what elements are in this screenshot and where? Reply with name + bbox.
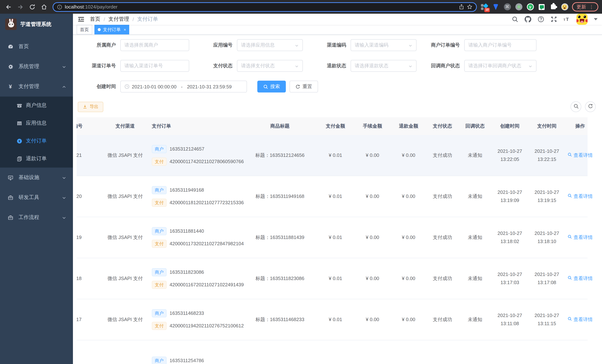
- cell-title: 标题：1635311468233: [243, 316, 317, 324]
- document-icon: [16, 156, 22, 162]
- github-icon[interactable]: [525, 16, 531, 22]
- sidebar-item-infrastructure[interactable]: 基础设施: [0, 167, 73, 187]
- cell-fee: ¥ 0.00: [354, 233, 391, 241]
- cell-amount: ¥ 0.01: [317, 151, 354, 159]
- tab-首页[interactable]: 首页: [77, 25, 92, 34]
- pay-tag: 支付: [152, 199, 167, 207]
- refresh-button[interactable]: [585, 101, 596, 112]
- url-bar[interactable]: localhost:1024/pay/order: [53, 2, 477, 12]
- pay-tag: 支付: [152, 281, 167, 289]
- sidebar-item-pay-order[interactable]: ¥支付订单: [0, 132, 73, 150]
- sidebar-item-app-info[interactable]: 应用信息: [0, 114, 73, 132]
- reset-label: 重置: [302, 83, 312, 90]
- screen: localhost:1024/pay/order 10⌘y 更新⋮ 芋道管理系统…: [0, 0, 602, 364]
- close-icon[interactable]: ×: [124, 25, 126, 34]
- create-date: 2021-10-27: [498, 147, 522, 155]
- browser-update-button[interactable]: 更新⋮: [572, 2, 598, 11]
- tab-label: 支付订单: [103, 25, 121, 34]
- toggle-search-button[interactable]: [570, 101, 581, 112]
- text-input[interactable]: 请选择所属商户: [120, 39, 189, 51]
- chat-green-extension-icon[interactable]: [538, 3, 545, 10]
- avatar-dropdown-caret-icon[interactable]: [594, 18, 598, 20]
- cell-title: 标题：1635312124656: [243, 151, 317, 159]
- info-icon[interactable]: [57, 4, 62, 10]
- view-detail-link[interactable]: 查看详情: [568, 274, 593, 283]
- cell-channel: 微信 JSAPI 支付: [100, 151, 150, 159]
- download-icon: [83, 104, 87, 109]
- select-input[interactable]: 请选择订单回调商户状态: [464, 60, 537, 72]
- cell-actions: 查看详情: [565, 274, 595, 283]
- fullscreen-icon[interactable]: [550, 16, 557, 22]
- sidebar-item-refund-order[interactable]: 退款订单: [0, 150, 73, 167]
- cell-pay-status: 支付成功: [426, 233, 459, 241]
- view-detail-link[interactable]: 查看详情: [568, 192, 593, 200]
- pay-tag: 支付: [152, 322, 167, 330]
- user-avatar[interactable]: [576, 14, 588, 25]
- tab-支付订单[interactable]: 支付订单×: [94, 25, 129, 34]
- pay-time: 13:11:15: [538, 320, 556, 328]
- cell-create-time: 2021-10-2713:18:02: [491, 229, 528, 246]
- bookmark-star-icon[interactable]: [467, 4, 473, 10]
- reset-button[interactable]: 重置: [290, 81, 318, 93]
- sidebar-item-system[interactable]: 系统管理: [0, 57, 73, 77]
- sidebar-toggle-icon[interactable]: [77, 16, 85, 23]
- command-extension-icon[interactable]: ⌘: [504, 3, 511, 10]
- table-header-row: 编号支付渠道支付订单商品标题支付金额手续金额退款金额支付状态回调状态创建时间支付…: [77, 117, 588, 135]
- refresh-small-icon: [295, 84, 300, 89]
- emoji-face-extension-icon[interactable]: [561, 3, 568, 10]
- grid-diamond-extension-icon[interactable]: 10: [481, 3, 488, 10]
- sidebar-item-payment[interactable]: ¥支付管理: [0, 77, 73, 96]
- select-input[interactable]: 请选择应用信息: [237, 39, 303, 51]
- column-header: 退款金额: [391, 122, 426, 130]
- view-detail-link[interactable]: 查看详情: [568, 233, 593, 241]
- y-green-extension-icon[interactable]: y: [527, 3, 534, 10]
- search-button[interactable]: 搜索: [257, 81, 286, 93]
- table-row: 119微信 JSAPI 支付商户1635311881440支付420000117…: [77, 217, 588, 258]
- view-detail-link[interactable]: 查看详情: [568, 151, 593, 159]
- back-icon[interactable]: [5, 3, 12, 10]
- filter-label: 退款状态: [308, 62, 351, 69]
- browser-nav: [4, 3, 49, 10]
- text-input[interactable]: 请输入商户订单编号: [464, 39, 537, 51]
- sidebar-item-dev-tools[interactable]: 研发工具: [0, 187, 73, 208]
- search-icon[interactable]: [512, 16, 518, 22]
- monitor-icon: [7, 175, 13, 180]
- forward-icon[interactable]: [17, 3, 24, 10]
- text-input[interactable]: 请输入渠道订单号: [120, 60, 189, 72]
- cell-pay-status: 支付成功: [426, 274, 459, 283]
- font-size-icon[interactable]: TT: [563, 16, 570, 22]
- blue-gem-extension-icon[interactable]: [492, 3, 499, 10]
- date-range-input[interactable]: 2021-10-01 00:00:00-2021-10-31 23:59:59: [120, 81, 247, 93]
- sidebar-item-home[interactable]: 首页: [0, 37, 73, 57]
- puzzle-extension-icon[interactable]: [549, 3, 557, 10]
- placeholder-text: 请选择应用信息: [241, 42, 292, 48]
- url-host: localhost: [65, 4, 84, 10]
- create-date: 2021-10-27: [498, 270, 522, 279]
- select-input[interactable]: 请选择退款状态: [351, 60, 417, 72]
- reload-icon[interactable]: [29, 3, 35, 10]
- create-time: 13:17:03: [500, 279, 519, 287]
- export-button[interactable]: 导出: [78, 102, 103, 112]
- briefcase-icon: [7, 195, 13, 200]
- placeholder-text: 请输入商户订单编号: [468, 42, 532, 48]
- view-detail-link[interactable]: 查看详情: [568, 316, 593, 324]
- breadcrumb-item[interactable]: 支付管理: [108, 16, 129, 22]
- cell-notify-status: 未通知: [459, 233, 491, 241]
- breadcrumb-item[interactable]: 首页: [90, 16, 100, 22]
- sidebar-item-merchant-info[interactable]: 商户信息: [0, 96, 73, 114]
- question-icon[interactable]: [538, 16, 544, 22]
- cell-create-time: 2021-10-2713:22:05: [491, 147, 528, 164]
- sidebar-item-workflow[interactable]: 工作流程: [0, 208, 73, 228]
- green-dot-extension-icon[interactable]: [515, 3, 522, 10]
- pay-date: 2021-10-27: [535, 229, 559, 238]
- column-header: 支付金额: [317, 122, 354, 130]
- select-input[interactable]: 请选择支付状态: [237, 60, 303, 72]
- share-icon[interactable]: [459, 4, 464, 10]
- cell-id: 118: [77, 274, 100, 283]
- gear-icon: [7, 64, 13, 70]
- app-logo[interactable]: 芋道管理系统: [0, 14, 73, 34]
- filter-form: 所属商户请选择所属商户应用编号请选择应用信息渠道编码请输入渠道编码商户订单编号请…: [77, 39, 598, 93]
- select-input[interactable]: 请输入渠道编码: [351, 39, 417, 51]
- merchant-order-line: 商户1635311254786: [152, 357, 204, 364]
- home-icon[interactable]: [41, 3, 47, 10]
